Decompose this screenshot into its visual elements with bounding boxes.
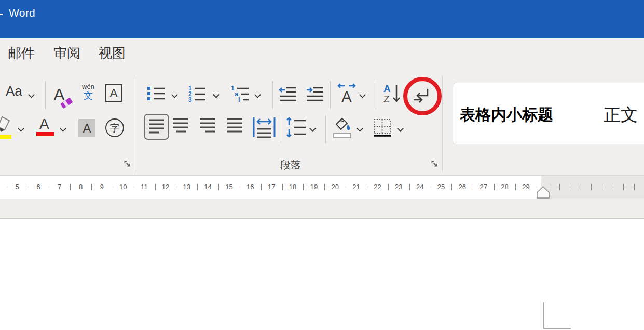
decrease-indent-icon xyxy=(279,85,297,103)
ruler-number: 12 xyxy=(162,183,169,191)
titlebar-clipped-element xyxy=(0,14,3,15)
shading-chevron-down-icon[interactable] xyxy=(357,125,363,132)
multilevel-chevron-down-icon[interactable] xyxy=(254,91,261,98)
ruler-tick xyxy=(537,184,537,190)
ruler-tick xyxy=(197,184,198,190)
ruler-number: 8 xyxy=(79,183,83,191)
character-shading-button[interactable]: A xyxy=(78,119,95,137)
phonetic-guide-hanzi: 文 xyxy=(78,90,99,101)
font-color-chevron-down-icon[interactable] xyxy=(60,125,66,132)
borders-chevron-down-icon[interactable] xyxy=(397,125,404,132)
tab-view[interactable]: 视图 xyxy=(99,45,126,61)
ruler-number: 24 xyxy=(416,183,423,191)
ruler-number: 5 xyxy=(15,183,19,191)
align-right-button[interactable] xyxy=(200,117,216,134)
show-hide-marks-button[interactable] xyxy=(407,79,435,112)
ruler-tick xyxy=(282,184,283,190)
character-border-letter: A xyxy=(110,86,118,99)
table-corner-mark-horizontal xyxy=(543,328,571,329)
ruler-tick xyxy=(409,184,410,190)
style-item-normal[interactable]: 正文 xyxy=(604,103,638,127)
enclose-characters-button[interactable]: 字 xyxy=(105,118,124,137)
borders-button[interactable] xyxy=(373,118,392,138)
svg-text:i: i xyxy=(238,96,240,103)
ruler[interactable]: 5678910111213141516171819202122232425262… xyxy=(0,175,644,199)
ruler-tick xyxy=(581,184,581,190)
table-corner-mark-vertical xyxy=(543,302,544,328)
svg-text:Z: Z xyxy=(383,94,390,104)
ruler-tick xyxy=(218,184,219,190)
increase-indent-icon xyxy=(306,85,324,103)
word-window: Word 邮件 审阅 视图 Aa A wén 文 A xyxy=(0,0,644,330)
ruler-number: 26 xyxy=(459,183,466,191)
ruler-tick xyxy=(70,184,71,190)
distribute-button[interactable] xyxy=(253,116,276,138)
ruler-number: 13 xyxy=(183,183,190,191)
sort-button[interactable]: A Z xyxy=(381,83,402,104)
phonetic-guide-button[interactable]: wén 文 xyxy=(78,83,99,101)
character-border-button[interactable]: A xyxy=(105,84,122,102)
clear-formatting-button[interactable]: A xyxy=(51,82,75,108)
ruler-tick xyxy=(388,184,389,190)
ruler-number: 16 xyxy=(246,183,254,191)
ruler-number: 29 xyxy=(522,183,529,191)
align-center-button[interactable] xyxy=(173,117,189,134)
decrease-indent-button[interactable] xyxy=(279,85,297,103)
font-dialog-launcher-icon[interactable] xyxy=(123,160,131,168)
ruler-number: 28 xyxy=(501,183,508,191)
ruler-margin-area xyxy=(541,176,644,199)
justify-button[interactable] xyxy=(226,117,243,134)
ruler-number: 19 xyxy=(310,183,318,191)
paragraph-separator-3 xyxy=(376,81,376,109)
styles-gallery: 表格内小标题 正文 xyxy=(453,83,644,144)
shading-button[interactable] xyxy=(333,117,352,139)
ruler-tick xyxy=(613,184,613,190)
phonetic-guide-latin: wén xyxy=(78,83,99,90)
svg-text:3: 3 xyxy=(188,96,192,103)
numbering-button[interactable]: 1 2 3 xyxy=(187,85,207,103)
text-highlight-color-button[interactable] xyxy=(0,116,13,140)
increase-indent-button[interactable] xyxy=(306,85,324,103)
show-hide-marks-icon xyxy=(413,88,429,103)
svg-text:A: A xyxy=(383,83,391,94)
ruler-tick xyxy=(155,184,156,190)
distribute-icon xyxy=(253,116,276,138)
tab-mailings[interactable]: 邮件 xyxy=(8,45,35,61)
numbering-chevron-down-icon[interactable] xyxy=(213,91,220,98)
ruler-tick xyxy=(303,184,304,190)
tab-review[interactable]: 审阅 xyxy=(53,45,80,61)
paragraph-dialog-launcher-icon[interactable] xyxy=(430,160,439,168)
ruler-number: 17 xyxy=(268,183,275,191)
ruler-number: 7 xyxy=(58,183,61,191)
ruler-number: 23 xyxy=(395,183,402,191)
sort-icon: A Z xyxy=(381,83,402,104)
group-divider-2 xyxy=(442,76,443,172)
ruler-number: 20 xyxy=(332,183,339,191)
ruler-number: 27 xyxy=(479,183,487,191)
line-spacing-chevron-down-icon[interactable] xyxy=(309,125,316,132)
ruler-tick xyxy=(515,184,516,190)
ruler-tick xyxy=(634,184,635,190)
paragraph-group-label: 段落 xyxy=(140,158,441,172)
ruler-tick xyxy=(591,184,592,190)
ribbon-tab-bar: 邮件 审阅 视图 xyxy=(0,38,644,69)
ribbon: Aa A wén 文 A xyxy=(0,69,644,175)
bullets-chevron-down-icon[interactable] xyxy=(171,91,178,98)
highlight-chevron-down-icon[interactable] xyxy=(18,125,24,132)
ruler-number: 21 xyxy=(352,183,360,191)
document-page[interactable] xyxy=(0,219,644,330)
paragraph-separator-5 xyxy=(325,115,326,143)
style-item-table-subtitle[interactable]: 表格内小标题 xyxy=(460,104,553,126)
ruler-tick xyxy=(367,184,367,190)
multilevel-list-button[interactable]: 1 a i xyxy=(230,85,250,103)
character-scaling-chevron-down-icon[interactable] xyxy=(359,91,366,98)
bullets-button[interactable] xyxy=(147,85,166,103)
line-spacing-button[interactable] xyxy=(285,116,307,138)
enclose-characters-letter: 字 xyxy=(110,123,120,134)
ruler-number: 25 xyxy=(437,183,445,191)
font-group-separator xyxy=(45,81,46,109)
align-left-button[interactable] xyxy=(144,114,169,140)
character-scaling-button[interactable]: A xyxy=(336,83,357,103)
character-shading-letter: A xyxy=(83,121,91,135)
change-case-label: Aa xyxy=(6,83,22,99)
